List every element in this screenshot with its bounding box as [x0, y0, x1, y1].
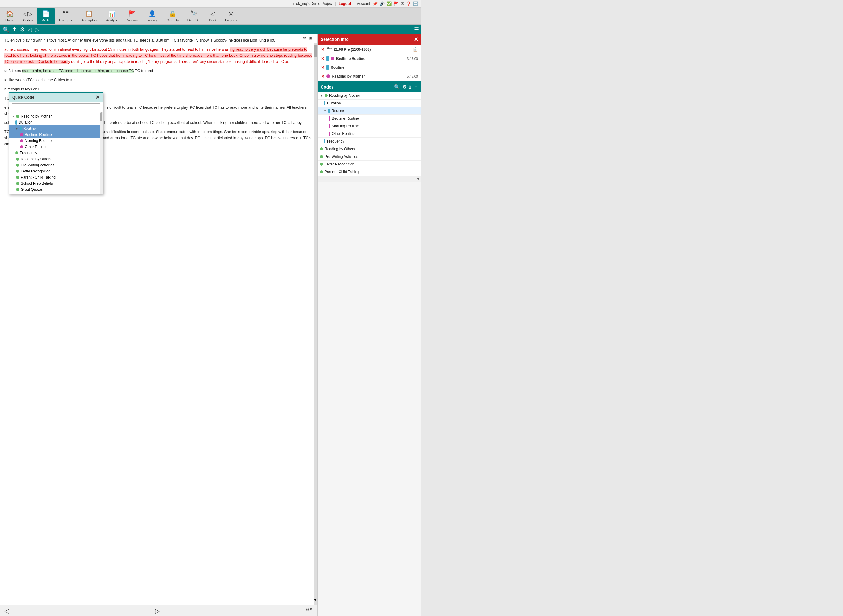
check-circle-icon[interactable]: ✅: [386, 1, 392, 6]
qc-routine[interactable]: ▼ Routine: [9, 125, 103, 132]
qc-morning-routine[interactable]: Morning Routine: [9, 138, 103, 144]
back-icon: ◁: [210, 10, 215, 18]
si-close-reading[interactable]: ✕: [321, 74, 325, 79]
code-reading-by-others[interactable]: Reading by Others: [317, 145, 422, 153]
nav-bar: 🏠 Home ◁▷ Codes 📄 Media ❝❞ Excerpts 📋 De…: [0, 7, 422, 25]
nav-training[interactable]: 👤 Training: [142, 7, 162, 24]
qc-frequency[interactable]: Frequency: [9, 150, 103, 156]
codes-scroll-down[interactable]: ▼: [317, 176, 422, 182]
nav-descriptors[interactable]: 📋 Descriptors: [76, 7, 102, 24]
qc-scrollbar[interactable]: [100, 112, 103, 194]
excerpts-icon: ❝❞: [62, 10, 69, 18]
code-label: Bedtime Routine: [332, 116, 359, 120]
codes-filter-icon[interactable]: ⚙: [402, 84, 407, 90]
nav-back[interactable]: ◁ Back: [205, 7, 221, 24]
refresh-icon[interactable]: 🔄: [413, 1, 418, 6]
text-edit-icon[interactable]: ✏: [303, 35, 307, 40]
nav-home[interactable]: 🏠 Home: [1, 7, 19, 24]
qc-school-prep[interactable]: School Prep Beliefs: [9, 180, 103, 186]
toolbar-next-icon[interactable]: ▷: [35, 26, 40, 33]
code-letter-recognition[interactable]: Letter Recognition: [317, 161, 422, 168]
code-parent-child-talking[interactable]: Parent - Child Talking: [317, 168, 422, 176]
text-para-5: n recogni ts toys on l: [4, 86, 313, 92]
code-reading-by-mother[interactable]: ▼ Reading by Mother: [317, 92, 422, 100]
toolbar-settings-icon[interactable]: ⚙: [20, 26, 25, 33]
main-content: ✏ ⊞ TC enjoys playing with his toys most…: [0, 34, 422, 616]
codes-info-icon[interactable]: ℹ: [409, 84, 411, 90]
codes-add-icon[interactable]: ＋: [413, 84, 418, 90]
si-close-record[interactable]: ✕: [321, 47, 325, 52]
qc-bedtime-routine[interactable]: Bedtime Routine: [9, 132, 103, 138]
text-scroll-thumb[interactable]: [314, 45, 317, 57]
code-morning-routine[interactable]: Morning Routine: [317, 122, 422, 130]
selection-info-close-button[interactable]: ✕: [414, 36, 418, 43]
code-other-routine[interactable]: Other Routine: [317, 130, 422, 138]
logout-button[interactable]: Logout: [339, 1, 351, 6]
flag-icon[interactable]: 🚩: [394, 1, 399, 6]
text-para-2[interactable]: at he chooses. They read to him almost e…: [4, 46, 313, 65]
code-bar: [328, 109, 330, 113]
si-reading-label: Reading by Mother: [332, 74, 405, 78]
toolbar-search-icon[interactable]: 🔍: [3, 26, 9, 33]
quick-code-list: ▼ Reading by Mother Duration ▼ Routine: [9, 112, 103, 194]
code-label: Parent - Child Talking: [325, 170, 359, 174]
nav-projects[interactable]: ✕ Projects: [221, 7, 241, 24]
account-button[interactable]: Account: [357, 1, 370, 6]
text-grid-icon[interactable]: ⊞: [309, 35, 312, 40]
qc-parent-child-talking[interactable]: Parent - Child Talking: [9, 174, 103, 180]
selection-info-panel: Selection Info ✕ ✕ ❝❝ 21.08 Pre (1100-13…: [317, 34, 422, 81]
triangle-icon: ▼: [324, 109, 327, 113]
si-routine-label: Routine: [330, 65, 418, 70]
nav-codes[interactable]: ◁▷ Codes: [19, 7, 37, 24]
code-bar: [324, 101, 326, 105]
toolbar-menu-icon[interactable]: ☰: [414, 26, 419, 33]
si-copy-icon[interactable]: 📋: [413, 47, 418, 52]
si-routine-row: ✕ Routine: [318, 63, 421, 72]
qc-great-quotes[interactable]: Great Quotes: [9, 186, 103, 193]
quick-code-close-button[interactable]: ✕: [95, 94, 100, 100]
pin-icon[interactable]: 📌: [373, 1, 378, 6]
media-prev-button[interactable]: ◁: [4, 607, 9, 615]
qc-duration[interactable]: Duration: [9, 119, 103, 125]
qc-other-routine[interactable]: Other Routine: [9, 144, 103, 150]
codes-search-icon[interactable]: 🔍: [394, 84, 400, 90]
nav-memos[interactable]: 🚩 Memos: [122, 7, 142, 24]
nav-excerpts[interactable]: ❝❞ Excerpts: [55, 7, 76, 24]
quick-code-search-input[interactable]: [12, 104, 100, 110]
nav-analyze[interactable]: 📊 Analyze: [102, 7, 122, 24]
nav-media[interactable]: 📄 Media: [37, 7, 55, 24]
qc-dot: [16, 188, 19, 191]
si-close-bedtime[interactable]: ✕: [321, 56, 325, 61]
codes-header: Codes 🔍 ⚙ ℹ ＋: [317, 82, 422, 92]
triangle-icon: ▼: [320, 94, 323, 97]
code-bar: [329, 124, 330, 128]
si-close-routine[interactable]: ✕: [321, 65, 325, 70]
volume-icon[interactable]: 🔊: [379, 1, 385, 6]
qc-scroll-thumb[interactable]: [100, 112, 102, 122]
qc-letter-recognition[interactable]: Letter Recognition: [9, 168, 103, 174]
code-duration[interactable]: Duration: [317, 100, 422, 107]
code-frequency[interactable]: Frequency: [317, 138, 422, 145]
nav-dataset[interactable]: 🔭 Data Set: [183, 7, 205, 24]
mail-icon[interactable]: ✉: [401, 1, 404, 6]
code-prewriting[interactable]: Pre-Writing Activities: [317, 153, 422, 161]
media-next-button[interactable]: ▷: [155, 607, 160, 615]
text-scrollbar[interactable]: [314, 43, 317, 607]
project-label: nick_mq's Demo Project: [294, 1, 333, 6]
top-icons: 📌 🔊 ✅ 🚩 ✉ ❓ 🔄: [373, 1, 418, 6]
code-routine[interactable]: ▼ Routine: [317, 107, 422, 115]
qc-label: Bedtime Routine: [25, 132, 52, 137]
toolbar-upload-icon[interactable]: ⬆: [12, 26, 17, 33]
scroll-down-arrow[interactable]: ▼: [314, 598, 317, 601]
qc-reading-by-mother[interactable]: ▼ Reading by Mother: [9, 113, 103, 119]
help-icon[interactable]: ❓: [406, 1, 411, 6]
security-icon: 🔒: [169, 10, 176, 18]
qc-label: Morning Routine: [25, 139, 51, 143]
code-bedtime-routine[interactable]: Bedtime Routine: [317, 115, 422, 122]
qc-reading-by-others[interactable]: Reading by Others: [9, 156, 103, 162]
nav-security[interactable]: 🔒 Security: [162, 7, 183, 24]
quick-code-box: Quick Code ✕ ▼ Reading by Mother: [9, 92, 103, 194]
si-quote-icon: ❝❝: [326, 46, 332, 52]
qc-prewriting[interactable]: Pre-Writing Activities: [9, 162, 103, 168]
toolbar-prev-icon[interactable]: ◁: [28, 26, 32, 33]
